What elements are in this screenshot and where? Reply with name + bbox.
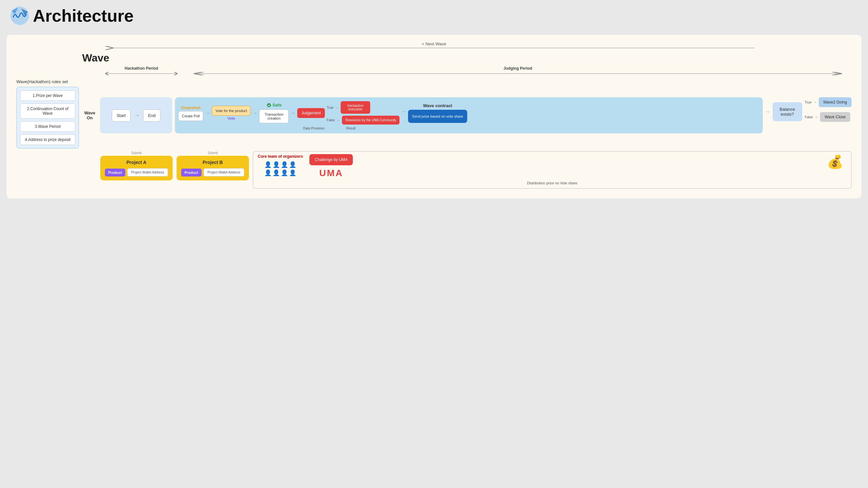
uma-section: Challenge by UMA UMA bbox=[309, 154, 353, 178]
resolution-node: Resolution by the UMA Community bbox=[342, 116, 400, 125]
next-wave-row: < Next Wave bbox=[17, 41, 851, 51]
challenge-node: Challenge by UMA bbox=[309, 154, 353, 165]
wave-close-node: Wave Close bbox=[820, 112, 850, 122]
create-poll-node: Create Poll bbox=[178, 111, 203, 121]
person-icon-7: 👤 bbox=[281, 169, 288, 176]
project-b-col: Submit Project B Product Project Wallet … bbox=[177, 151, 249, 181]
end-node: End bbox=[143, 109, 160, 122]
wallet-field-a: Project Wallet Address bbox=[127, 168, 168, 176]
rules-sidebar: Wave(Hackathon) rules set 1.Prize per Wa… bbox=[17, 79, 79, 149]
transaction-creation-node: Transaction creation bbox=[259, 109, 289, 123]
wave-contract-section: Wave contract Send prize based on vote s… bbox=[408, 103, 467, 123]
project-b-fields: Product Project Wallet Address bbox=[181, 168, 244, 176]
safe-icon bbox=[267, 103, 271, 107]
distribution-inner: Core team of organizers 👤 👤 👤 👤 👤 👤 👤 👤 bbox=[258, 154, 847, 178]
main-container: < Next Wave Wave Hackathon Period Judgin… bbox=[7, 35, 861, 198]
rule-item-4: 4.Address to prize deposit bbox=[20, 134, 75, 145]
arrow-snap-vote: → bbox=[205, 110, 210, 116]
arrow-false: → bbox=[336, 118, 340, 123]
wave2-going-node: Wave2 Going bbox=[819, 97, 851, 107]
balance-node: Balance exists? bbox=[773, 102, 802, 121]
arrow-true-outcome: → bbox=[813, 100, 817, 104]
rule-item-1: 1.Prize per Wave bbox=[20, 90, 75, 101]
judging-box: Snapshot Create Poll → Vote for the prod… bbox=[175, 97, 763, 133]
false-label: False bbox=[327, 118, 335, 122]
projects-area: Submit Project A Product Project Wallet … bbox=[100, 151, 249, 181]
product-badge-b: Product bbox=[181, 169, 202, 176]
outcomes-section: True → Wave2 Going False → Wave Close bbox=[805, 97, 851, 122]
vote-for-product-node: Vote for the product bbox=[212, 106, 251, 116]
distribution-label: Distribution prize on Vote share bbox=[258, 181, 847, 185]
wallet-field-b: Project Wallet Address bbox=[204, 168, 244, 176]
false-outcome-label: False bbox=[805, 115, 813, 119]
snapshot-section: Snapshot Create Poll bbox=[178, 105, 203, 121]
person-icon-4: 👤 bbox=[289, 161, 296, 168]
money-bag-icon: 💰 bbox=[827, 154, 843, 169]
judging-top-flow: Snapshot Create Poll → Vote for the prod… bbox=[178, 101, 760, 125]
judging-period: Judging Period bbox=[184, 66, 851, 76]
branches: True → transaction execution False → Res… bbox=[327, 101, 400, 125]
project-b-title: Project B bbox=[181, 160, 244, 165]
result-label: Result bbox=[346, 127, 355, 130]
wave-on-section: Wave On Start → End bbox=[82, 97, 172, 133]
arrow-branch-wave: → bbox=[401, 109, 406, 114]
safe-logo-text: Safe bbox=[273, 102, 281, 107]
submit-label-b: Submit bbox=[208, 151, 218, 155]
vote-label: Vote bbox=[227, 116, 235, 120]
bottom-section: Submit Project A Product Project Wallet … bbox=[100, 151, 851, 189]
flow-arrow-1: → bbox=[134, 112, 140, 119]
arrow-true: → bbox=[335, 105, 339, 110]
uma-logo: UMA bbox=[319, 168, 343, 178]
false-outcome-row: False → Wave Close bbox=[805, 112, 851, 122]
transaction-execution-node: transaction execution bbox=[341, 101, 370, 114]
person-icon-3: 👤 bbox=[281, 161, 288, 168]
arrow-safe-judge: → bbox=[291, 110, 295, 116]
wave-on-label: Wave On bbox=[82, 110, 98, 120]
hackathon-period: Hackathon Period bbox=[99, 66, 184, 76]
rules-title: Wave(Hackathon) rules set bbox=[17, 79, 79, 84]
true-outcome-row: True → Wave2 Going bbox=[805, 97, 851, 107]
safe-section: Safe Transaction creation bbox=[259, 102, 289, 123]
snapshot-label: Snapshot bbox=[181, 105, 200, 110]
balance-section: → Balance exists? bbox=[766, 102, 802, 121]
data-provision-label: Data Provision bbox=[303, 127, 324, 130]
true-outcome-label: True bbox=[805, 101, 811, 104]
arrow-false-outcome: → bbox=[814, 115, 818, 119]
team-icons-grid: 👤 👤 👤 👤 👤 👤 👤 👤 bbox=[265, 161, 296, 176]
money-bag-section: 💰 bbox=[827, 154, 847, 169]
page-title: Architecture bbox=[33, 6, 133, 26]
arrow-to-balance: → bbox=[766, 109, 770, 115]
vote-section: Vote for the product Vote bbox=[212, 106, 251, 120]
hackathon-period-label: Hackathon Period bbox=[125, 66, 158, 71]
person-icon-8: 👤 bbox=[289, 169, 296, 176]
product-badge-a: Product bbox=[105, 169, 125, 176]
project-a-col: Submit Project A Product Project Wallet … bbox=[100, 151, 173, 181]
rules-box: 1.Prize per Wave 2.Continuation Count of… bbox=[17, 87, 79, 149]
hackathon-flow-box: Start → End bbox=[100, 97, 172, 133]
project-b-card: Project B Product Project Wallet Address bbox=[177, 156, 249, 181]
judgement-node: Judgement bbox=[297, 108, 324, 118]
judging-arrow bbox=[184, 71, 851, 76]
project-a-fields: Product Project Wallet Address bbox=[105, 168, 168, 176]
start-node: Start bbox=[112, 109, 130, 122]
rule-item-3: 3.Wave Period bbox=[20, 121, 75, 132]
submit-label-a: Submit bbox=[131, 151, 142, 155]
rule-item-2: 2.Continuation Count of Wave bbox=[20, 103, 75, 119]
diagram-row: Wave(Hackathon) rules set 1.Prize per Wa… bbox=[17, 79, 851, 149]
distribution-outer-box: Core team of organizers 👤 👤 👤 👤 👤 👤 👤 👤 bbox=[253, 151, 851, 189]
arrow-vote-safe: → bbox=[252, 110, 257, 116]
person-icon-1: 👤 bbox=[265, 161, 272, 168]
data-result-labels: Data Provision Result bbox=[303, 127, 760, 130]
wave-contract-label: Wave contract bbox=[423, 103, 452, 108]
false-branch: False → Resolution by the UMA Community bbox=[327, 116, 400, 125]
page-header: Architecture bbox=[0, 0, 868, 32]
safe-header: Safe bbox=[267, 102, 281, 107]
periods-row: Hackathon Period Judging Period bbox=[99, 66, 851, 76]
person-icon-6: 👤 bbox=[273, 169, 280, 176]
person-icon-5: 👤 bbox=[265, 169, 272, 176]
core-team-section: Core team of organizers 👤 👤 👤 👤 👤 👤 👤 👤 bbox=[258, 154, 303, 176]
wave-title: Wave bbox=[82, 52, 851, 64]
send-prize-node: Send prize based on vote share bbox=[408, 110, 467, 123]
hackathon-arrow bbox=[102, 71, 181, 76]
person-icon-2: 👤 bbox=[273, 161, 280, 168]
